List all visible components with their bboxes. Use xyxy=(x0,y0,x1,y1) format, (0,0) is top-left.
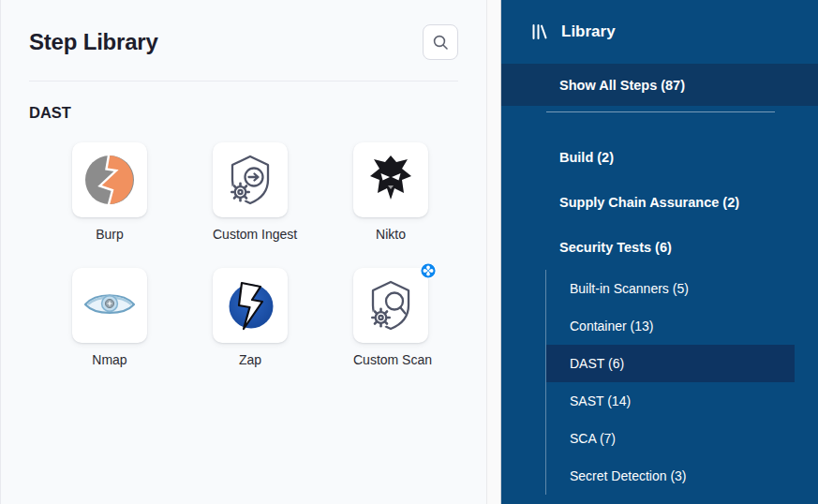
security-tests-subcategory-list: Built-in Scanners (5) Container (13) DAS… xyxy=(545,270,795,495)
subcategory-container[interactable]: Container (13) xyxy=(546,307,795,345)
tool-card-nmap[interactable] xyxy=(72,268,147,343)
tool-label: Burp xyxy=(72,226,147,244)
tool-label: Custom Scan xyxy=(353,351,428,369)
tool-card-zap[interactable] xyxy=(213,268,288,343)
tool-zap: Zap xyxy=(213,268,288,369)
custom-ingest-icon xyxy=(220,150,280,210)
tool-custom-scan: Custom Scan xyxy=(353,268,428,369)
category-security-tests[interactable]: Security Tests (6) xyxy=(501,225,818,270)
step-library-panel: Step Library DAST xyxy=(0,0,486,504)
zap-logo-icon xyxy=(220,275,280,335)
subcategory-sast[interactable]: SAST (14) xyxy=(546,382,795,420)
tool-label: Nmap xyxy=(72,351,147,369)
sidebar-divider xyxy=(546,111,775,112)
search-button[interactable] xyxy=(423,24,458,60)
nikto-logo-icon xyxy=(361,150,421,210)
tool-custom-ingest: Custom Ingest xyxy=(213,142,288,244)
tools-grid: Burp xyxy=(72,142,486,369)
subcategory-sca[interactable]: SCA (7) xyxy=(546,420,795,457)
sidebar-title: Library xyxy=(561,22,616,41)
page-title: Step Library xyxy=(29,29,158,55)
plugin-badge-icon xyxy=(420,262,437,279)
burp-logo-icon xyxy=(80,150,140,210)
tool-label: Nikto xyxy=(353,226,428,244)
tool-label: Zap xyxy=(213,351,288,369)
tool-nikto: Nikto xyxy=(353,142,428,244)
step-library-header: Step Library xyxy=(1,0,486,60)
tool-card-burp[interactable] xyxy=(72,142,147,217)
tool-nmap: Nmap xyxy=(72,268,147,369)
panel-gap-divider xyxy=(486,0,501,504)
header-divider xyxy=(29,81,458,82)
custom-scan-icon xyxy=(361,275,421,335)
nmap-logo-icon xyxy=(80,275,140,335)
show-all-steps-item[interactable]: Show All Steps (87) xyxy=(501,64,818,106)
category-build[interactable]: Build (2) xyxy=(501,135,818,180)
subcategory-dast[interactable]: DAST (6) xyxy=(546,345,795,382)
section-heading-dast: DAST xyxy=(29,104,458,122)
tool-card-custom-scan[interactable] xyxy=(353,268,428,343)
tool-card-custom-ingest[interactable] xyxy=(213,142,288,217)
search-icon xyxy=(431,33,450,52)
library-books-icon xyxy=(529,22,548,41)
subcategory-built-in-scanners[interactable]: Built-in Scanners (5) xyxy=(546,270,795,307)
tool-burp: Burp xyxy=(72,142,147,244)
category-list: Build (2) Supply Chain Assurance (2) Sec… xyxy=(501,135,818,270)
library-sidebar-header: Library xyxy=(501,0,818,64)
tool-card-nikto[interactable] xyxy=(353,142,428,217)
category-supply-chain-assurance[interactable]: Supply Chain Assurance (2) xyxy=(501,180,818,225)
library-sidebar: Library Show All Steps (87) Build (2) Su… xyxy=(501,0,818,504)
tool-label: Custom Ingest xyxy=(213,226,288,244)
subcategory-secret-detection[interactable]: Secret Detection (3) xyxy=(546,457,795,495)
